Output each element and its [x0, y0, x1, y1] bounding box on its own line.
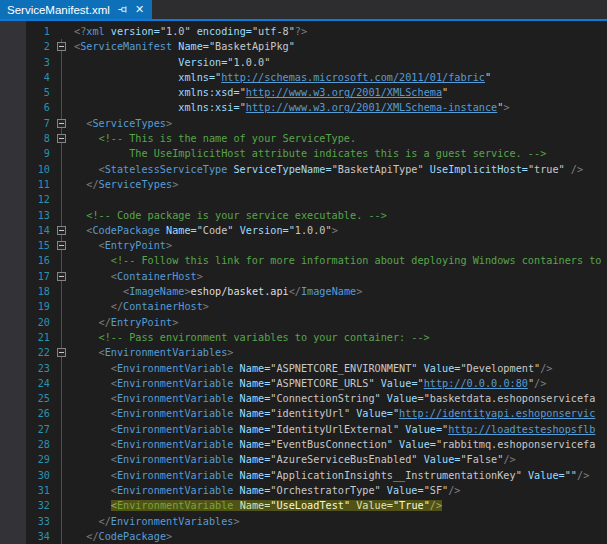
fold-margin [50, 452, 74, 467]
fold-margin [50, 100, 74, 115]
outline-line [61, 55, 62, 70]
code-text: <EnvironmentVariable Name="EventBusConne… [74, 437, 607, 452]
code-line[interactable]: 12 [0, 192, 607, 207]
code-text: <?xml version="1.0" encoding="utf-8"?> [74, 24, 607, 39]
code-line[interactable]: 17 <ContainerHost> [0, 269, 607, 284]
code-line[interactable]: 32 <EnvironmentVariable Name="UseLoadTes… [0, 498, 607, 513]
code-text: xmlns:xsd="http://www.w3.org/2001/XMLSch… [74, 85, 607, 100]
code-text: <!-- Pass environment variables to your … [74, 330, 607, 345]
line-number: 10 [0, 162, 50, 177]
code-line[interactable]: 16 <!-- Follow this link for more inform… [0, 253, 607, 268]
code-line[interactable]: 34 </CodePackage> [0, 529, 607, 544]
code-text: <!-- Code package is your service execut… [74, 208, 607, 223]
code-line[interactable]: 31 <EnvironmentVariable Name="Orchestrat… [0, 483, 607, 498]
code-line[interactable]: 6 xmlns:xsi="http://www.w3.org/2001/XMLS… [0, 100, 607, 115]
code-line[interactable]: 4 xmlns="http://schemas.microsoft.com/20… [0, 70, 607, 85]
fold-margin [50, 55, 74, 70]
code-line[interactable]: 2<ServiceManifest Name="BasketApiPkg" [0, 39, 607, 54]
outline-line [61, 284, 62, 299]
fold-toggle-icon[interactable] [57, 348, 66, 357]
code-line[interactable]: 9 The UseImplicitHost attribute indicate… [0, 146, 607, 161]
fold-margin [50, 284, 74, 299]
line-number: 30 [0, 468, 50, 483]
code-line[interactable]: 8 <!-- This is the name of your ServiceT… [0, 131, 607, 146]
line-number: 21 [0, 330, 50, 345]
line-number: 2 [0, 39, 50, 54]
code-line[interactable]: 27 <EnvironmentVariable Name="IdentityUr… [0, 422, 607, 437]
code-line[interactable]: 7 <ServiceTypes> [0, 116, 607, 131]
fold-toggle-icon[interactable] [57, 272, 66, 281]
code-text: The UseImplicitHost attribute indicates … [74, 146, 607, 161]
code-line[interactable]: 29 <EnvironmentVariable Name="AzureServi… [0, 452, 607, 467]
code-line[interactable]: 30 <EnvironmentVariable Name="Applicatio… [0, 468, 607, 483]
fold-margin [50, 422, 74, 437]
outline-line [61, 452, 62, 467]
outline-line [61, 468, 62, 483]
line-number: 24 [0, 376, 50, 391]
fold-toggle-icon[interactable] [57, 42, 66, 51]
fold-margin [50, 330, 74, 345]
code-editor[interactable]: 1<?xml version="1.0" encoding="utf-8"?>2… [0, 21, 607, 544]
code-line[interactable]: 33 </EnvironmentVariables> [0, 514, 607, 529]
line-number: 16 [0, 253, 50, 268]
code-text: <EnvironmentVariable Name="ApplicationIn… [74, 468, 607, 483]
code-text: <EnvironmentVariable Name="AzureServiceB… [74, 452, 607, 467]
code-line[interactable]: 1<?xml version="1.0" encoding="utf-8"?> [0, 24, 607, 39]
close-icon[interactable]: ✕ [135, 4, 144, 15]
outline-line [61, 100, 62, 115]
line-number: 19 [0, 299, 50, 314]
code-line[interactable]: 3 Version="1.0.0" [0, 55, 607, 70]
code-line[interactable]: 26 <EnvironmentVariable Name="identityUr… [0, 406, 607, 421]
outline-line [61, 85, 62, 100]
fold-margin [50, 223, 74, 238]
code-line[interactable]: 28 <EnvironmentVariable Name="EventBusCo… [0, 437, 607, 452]
code-line[interactable]: 20 </EntryPoint> [0, 315, 607, 330]
line-number: 7 [0, 116, 50, 131]
fold-margin [50, 116, 74, 131]
tab-servicemanifest[interactable]: ServiceManifest.xml ✕ [0, 0, 152, 19]
code-line[interactable]: 21 <!-- Pass environment variables to yo… [0, 330, 607, 345]
code-text: xmlns="http://schemas.microsoft.com/2011… [74, 70, 607, 85]
code-text: </ServiceTypes> [74, 177, 607, 192]
code-text: <EnvironmentVariable Name="ASPNETCORE_UR… [74, 376, 607, 391]
fold-margin [50, 514, 74, 529]
fold-margin [50, 269, 74, 284]
code-line[interactable]: 10 <StatelessServiceType ServiceTypeName… [0, 162, 607, 177]
fold-margin [50, 70, 74, 85]
outline-line [61, 391, 62, 406]
fold-margin [50, 131, 74, 146]
fold-margin [50, 299, 74, 314]
line-number: 5 [0, 85, 50, 100]
code-text: </EntryPoint> [74, 315, 607, 330]
code-line[interactable]: 15 <EntryPoint> [0, 238, 607, 253]
code-line[interactable]: 18 <ImageName>eshop/basket.api</ImageNam… [0, 284, 607, 299]
fold-toggle-icon[interactable] [57, 134, 66, 143]
code-line[interactable]: 14 <CodePackage Name="Code" Version="1.0… [0, 223, 607, 238]
line-number: 18 [0, 284, 50, 299]
outline-line [61, 361, 62, 376]
fold-toggle-icon[interactable] [57, 226, 66, 235]
line-number: 6 [0, 100, 50, 115]
outline-line [61, 483, 62, 498]
fold-toggle-icon[interactable] [57, 241, 66, 250]
code-line[interactable]: 13 <!-- Code package is your service exe… [0, 208, 607, 223]
outline-line [61, 299, 62, 314]
code-line[interactable]: 25 <EnvironmentVariable Name="Connection… [0, 391, 607, 406]
code-line[interactable]: 23 <EnvironmentVariable Name="ASPNETCORE… [0, 361, 607, 376]
code-line[interactable]: 5 xmlns:xsd="http://www.w3.org/2001/XMLS… [0, 85, 607, 100]
code-text: </EnvironmentVariables> [74, 514, 607, 529]
code-line[interactable]: 24 <EnvironmentVariable Name="ASPNETCORE… [0, 376, 607, 391]
code-line[interactable]: 19 </ContainerHost> [0, 299, 607, 314]
code-line[interactable]: 22 <EnvironmentVariables> [0, 345, 607, 360]
fold-toggle-icon[interactable] [57, 119, 66, 128]
fold-margin [50, 177, 74, 192]
fold-margin [50, 253, 74, 268]
fold-margin [50, 208, 74, 223]
code-line[interactable]: 11 </ServiceTypes> [0, 177, 607, 192]
tab-bar: ServiceManifest.xml ✕ [0, 0, 607, 19]
code-text: <EntryPoint> [74, 238, 607, 253]
fold-margin [50, 406, 74, 421]
line-number: 12 [0, 192, 50, 207]
code-text: Version="1.0.0" [74, 55, 607, 70]
pin-icon[interactable] [117, 4, 128, 15]
